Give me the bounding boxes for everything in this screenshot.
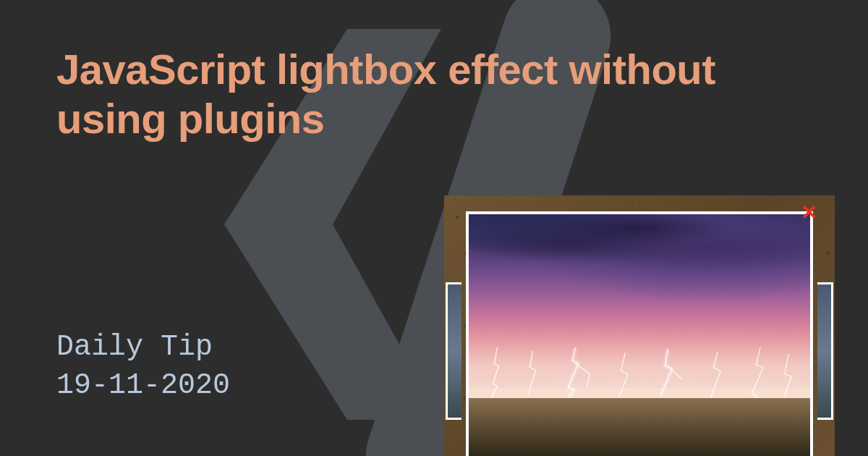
next-thumbnail[interactable] [817,282,833,420]
close-icon[interactable]: ✕ [801,203,817,223]
meta-label: Daily Tip [56,329,230,367]
meta-block: Daily Tip 19-11-2020 [56,329,230,405]
page-title: JavaScript lightbox effect without using… [56,45,825,144]
meta-date: 19-11-2020 [56,367,230,405]
lightbox-image[interactable] [469,214,810,456]
lightbox-frame [466,211,813,456]
lightbox-preview: ✕ [444,195,835,456]
prev-thumbnail[interactable] [446,282,461,420]
